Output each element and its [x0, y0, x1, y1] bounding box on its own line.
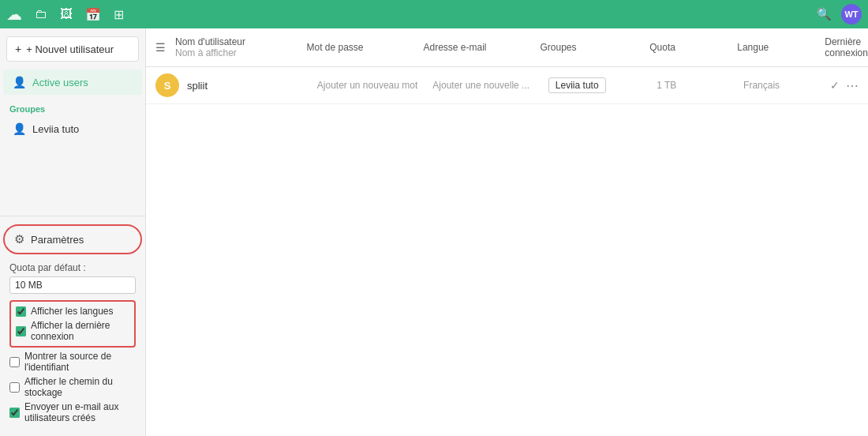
gear-icon: ⚙: [14, 232, 24, 246]
checkbox-row-languages: Afficher les langues: [16, 304, 129, 318]
checkbox-row-last-login: Afficher la dernière connexion: [16, 318, 129, 344]
topnav: ☁ 🗀 🖼 📅 ⊞ 🔍 WT: [0, 0, 868, 28]
quota-label: Quota par défaut :: [9, 262, 136, 273]
more-options-icon[interactable]: ⋯: [846, 78, 859, 93]
checkbox-row-storage-path: Afficher le chemin du stockage: [9, 374, 136, 400]
check-icon: ✓: [830, 79, 840, 92]
group-icon: 👤: [13, 122, 26, 135]
settings-button[interactable]: ⚙ Paramètres: [3, 224, 142, 254]
col-header-email: Adresse e-mail: [424, 42, 541, 53]
quota-input[interactable]: [9, 276, 136, 294]
checkbox-row-send-email: Envoyer un e-mail aux utilisateurs créés: [9, 400, 136, 425]
image-icon[interactable]: 🖼: [60, 7, 73, 21]
checkbox-label-languages: Afficher les langues: [31, 306, 114, 317]
col-header-quota: Quota: [649, 42, 737, 53]
checkbox-label-identity-source: Montrer la source de l'identifiant: [24, 351, 136, 373]
checkbox-label-storage-path: Afficher le chemin du stockage: [24, 376, 136, 398]
col-header-language: Langue: [737, 42, 825, 53]
topnav-left: ☁ 🗀 🖼 📅 ⊞: [6, 5, 124, 24]
col-header-password: Mot de passe: [307, 42, 424, 53]
action-icons: ✓ ⋯: [830, 78, 868, 93]
checkbox-send-email[interactable]: [9, 408, 20, 418]
checkbox-label-last-login: Afficher la dernière connexion: [31, 320, 129, 342]
checkbox-section: Afficher les langues Afficher la dernièr…: [0, 297, 145, 428]
cell-quota: 1 TB: [657, 80, 743, 91]
main-layout: + + Nouvel utilisateur 👤 Active users Gr…: [0, 28, 868, 436]
calendar-icon[interactable]: 📅: [85, 7, 101, 22]
checkbox-show-languages[interactable]: [16, 306, 26, 317]
table-body: S spliit Ajouter un nouveau mot Ajouter …: [146, 67, 868, 436]
sidebar: + + Nouvel utilisateur 👤 Active users Gr…: [0, 28, 146, 436]
cloud-icon[interactable]: ☁: [6, 5, 22, 24]
folder-icon[interactable]: 🗀: [35, 7, 47, 21]
search-icon[interactable]: 🔍: [817, 7, 832, 21]
sidebar-group-leviia[interactable]: 👤 Leviia tuto: [3, 117, 142, 141]
highlighted-checkbox-group: Afficher les langues Afficher la dernièr…: [9, 300, 136, 348]
user-avatar: S: [155, 73, 179, 97]
table-row: S spliit Ajouter un nouveau mot Ajouter …: [146, 67, 868, 104]
table-header: ☰ Nom d'utilisateur Nom à afficher Mot d…: [146, 28, 868, 67]
checkbox-identity-source[interactable]: [9, 357, 20, 367]
topnav-right: 🔍 WT: [817, 4, 862, 24]
col-header-username: Nom d'utilisateur Nom à afficher: [175, 36, 307, 58]
checkbox-label-send-email: Envoyer un e-mail aux utilisateurs créés: [24, 401, 136, 423]
cell-email: Ajouter une nouvelle ...: [432, 80, 548, 91]
hamburger-icon[interactable]: ☰: [155, 41, 166, 54]
new-user-button[interactable]: + + Nouvel utilisateur: [6, 36, 139, 62]
cell-language: Français: [743, 80, 830, 91]
layers-icon[interactable]: ⊞: [114, 7, 124, 22]
plus-icon: +: [15, 43, 21, 55]
person-icon: 👤: [13, 76, 26, 88]
cell-groups: Leviia tuto: [548, 77, 657, 93]
checkbox-storage-path[interactable]: [9, 382, 20, 393]
checkbox-row-identity-source: Montrer la source de l'identifiant: [9, 349, 136, 374]
sidebar-bottom: ⚙ Paramètres Quota par défaut : Afficher…: [0, 216, 145, 428]
col-header-lastlogin: Dernière connexion: [825, 36, 868, 58]
avatar[interactable]: WT: [841, 4, 862, 24]
groups-section-label: Groupes: [0, 95, 145, 117]
cell-password: Ajouter un nouveau mot: [317, 80, 433, 91]
sidebar-item-active-users[interactable]: 👤 Active users: [3, 70, 142, 95]
checkbox-show-last-login[interactable]: [16, 326, 26, 336]
col-header-groups: Groupes: [541, 42, 650, 53]
quota-section: Quota par défaut :: [0, 256, 145, 297]
content-area: ☰ Nom d'utilisateur Nom à afficher Mot d…: [146, 28, 868, 436]
cell-username: spliit: [187, 80, 317, 92]
